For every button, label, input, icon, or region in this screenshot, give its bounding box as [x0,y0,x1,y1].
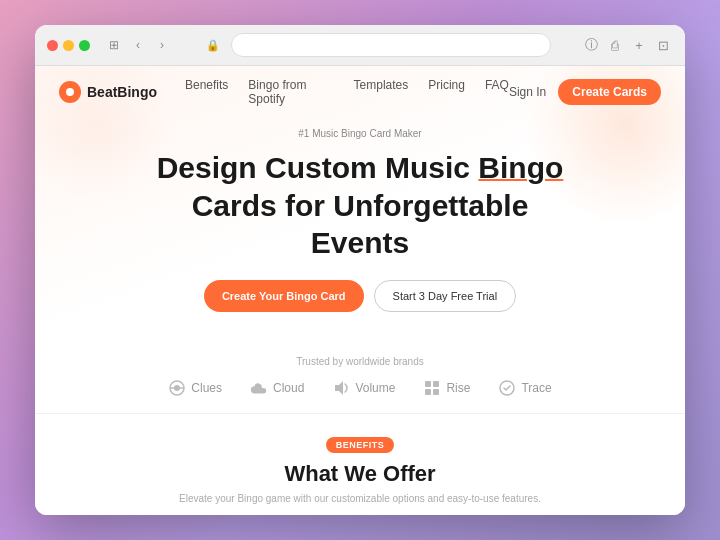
hero-title-line1: Design Custom Music [157,151,479,184]
browser-right-icons: ⓘ ⎙ + ⊡ [581,35,673,55]
offer-subtitle: Elevate your Bingo game with our customi… [75,493,645,504]
svg-rect-6 [433,381,439,387]
traffic-light-red[interactable] [47,40,58,51]
browser-chrome: ⊞ ‹ › 🔒 ⓘ ⎙ + ⊡ [35,25,685,66]
forward-icon[interactable]: › [152,35,172,55]
logo-text: BeatBingo [87,84,157,100]
offer-title: What We Offer [75,461,645,487]
hero-buttons: Create Your Bingo Card Start 3 Day Free … [75,280,645,312]
create-cards-button[interactable]: Create Cards [558,79,661,105]
browser-window: ⊞ ‹ › 🔒 ⓘ ⎙ + ⊡ BeatBingo Benefits Bingo [35,25,685,515]
logo[interactable]: BeatBingo [59,81,157,103]
hero-title: Design Custom Music Bingo Cards for Unfo… [75,149,645,262]
svg-rect-8 [433,389,439,395]
hero-section: #1 Music Bingo Card Maker Design Custom … [35,118,685,356]
nav-link-bingo-spotify[interactable]: Bingo from Spotify [248,78,333,106]
nav-link-faq[interactable]: FAQ [485,78,509,106]
trace-icon [498,379,516,397]
cloud-icon [250,379,268,397]
brand-volume-label: Volume [355,381,395,395]
share-icon[interactable]: ⎙ [605,35,625,55]
brand-volume: Volume [332,379,395,397]
svg-marker-4 [335,381,343,395]
back-icon[interactable]: ‹ [128,35,148,55]
address-bar-container: 🔒 [180,33,573,57]
nav-link-benefits[interactable]: Benefits [185,78,228,106]
info-icon[interactable]: ⓘ [581,35,601,55]
nav-right: Sign In Create Cards [509,79,661,105]
brand-clues: Clues [168,379,222,397]
traffic-light-yellow[interactable] [63,40,74,51]
free-trial-button[interactable]: Start 3 Day Free Trial [374,280,517,312]
hero-title-line2: Cards for Unforgettable [192,189,529,222]
hero-title-bingo: Bingo [478,151,563,184]
volume-icon [332,379,350,397]
create-bingo-card-button[interactable]: Create Your Bingo Card [204,280,364,312]
sidebar-toggle-icon[interactable]: ⊞ [104,35,124,55]
address-bar[interactable] [231,33,551,57]
offer-section: BENEFITS What We Offer Elevate your Bing… [35,413,685,516]
clues-icon [168,379,186,397]
traffic-light-green[interactable] [79,40,90,51]
browser-nav-icons: ⊞ ‹ › [104,35,172,55]
nav-link-pricing[interactable]: Pricing [428,78,465,106]
traffic-lights [47,40,90,51]
brand-trace-label: Trace [521,381,551,395]
brand-cloud-label: Cloud [273,381,304,395]
logo-icon [59,81,81,103]
hero-title-line3: Events [311,226,409,259]
nav-link-templates[interactable]: Templates [354,78,409,106]
brand-rise: Rise [423,379,470,397]
brand-clues-label: Clues [191,381,222,395]
svg-rect-5 [425,381,431,387]
trusted-section: Trusted by worldwide brands Clues [35,356,685,397]
navbar: BeatBingo Benefits Bingo from Spotify Te… [35,66,685,118]
brand-trace: Trace [498,379,551,397]
page-content: BeatBingo Benefits Bingo from Spotify Te… [35,66,685,515]
nav-links: Benefits Bingo from Spotify Templates Pr… [185,78,509,106]
rise-icon [423,379,441,397]
svg-point-1 [174,385,180,391]
brand-rise-label: Rise [446,381,470,395]
signin-link[interactable]: Sign In [509,85,546,99]
trusted-label: Trusted by worldwide brands [75,356,645,367]
add-tab-icon[interactable]: + [629,35,649,55]
extensions-icon[interactable]: ⊡ [653,35,673,55]
brands-row: Clues Cloud [75,379,645,397]
hero-badge: #1 Music Bingo Card Maker [75,128,645,139]
svg-rect-7 [425,389,431,395]
offer-badge: BENEFITS [326,437,395,453]
brand-cloud: Cloud [250,379,304,397]
lock-icon: 🔒 [203,35,223,55]
